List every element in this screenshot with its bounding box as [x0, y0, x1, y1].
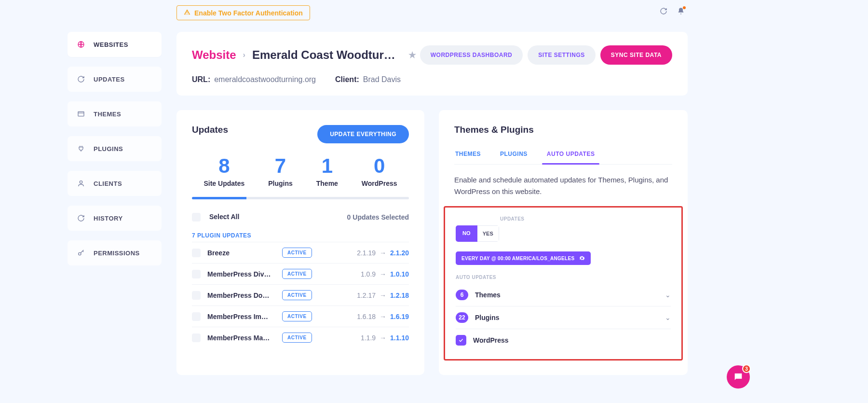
- count-badge: 22: [456, 312, 468, 323]
- toggle-no[interactable]: NO: [456, 225, 477, 242]
- tab-auto-updates[interactable]: AUTO UPDATES: [546, 144, 596, 164]
- version-change: 2.1.19 → 2.1.20: [357, 249, 409, 257]
- stat-site-updates: 8 Site Updates: [203, 154, 244, 187]
- site-settings-button[interactable]: SITE SETTINGS: [528, 45, 596, 65]
- auto-plugins-row[interactable]: 22 Plugins ⌄: [456, 306, 671, 329]
- sidebar-item-label: THEMES: [94, 111, 121, 118]
- stats-row: 8 Site Updates 7 Plugins 1 Theme 0 WordP…: [192, 154, 409, 187]
- sidebar-item-clients[interactable]: CLIENTS: [68, 171, 162, 196]
- layout-icon: [77, 110, 85, 118]
- chevron-right-icon: ›: [243, 51, 245, 59]
- tab-plugins[interactable]: PLUGINS: [499, 144, 529, 164]
- globe-icon: [77, 41, 85, 48]
- plugin-name: MemberPress Do…: [207, 292, 282, 299]
- sidebar-item-permissions[interactable]: PERMISSIONS: [68, 240, 162, 265]
- sidebar-item-plugins[interactable]: PLUGINS: [68, 136, 162, 161]
- plugin-name: Breeze: [207, 249, 282, 257]
- row-checkbox[interactable]: [192, 312, 201, 321]
- sidebar-item-updates[interactable]: UPDATES: [68, 67, 162, 92]
- version-change: 1.2.17 → 1.2.18: [357, 292, 409, 299]
- notification-dot: [683, 6, 686, 9]
- refresh-icon[interactable]: [660, 7, 667, 16]
- select-all-checkbox[interactable]: [192, 213, 201, 222]
- arrow-right-icon: →: [380, 334, 386, 342]
- sync-site-data-button[interactable]: SYNC SITE DATA: [600, 45, 672, 65]
- tab-themes[interactable]: THEMES: [454, 144, 482, 164]
- wp-dashboard-button[interactable]: WORDPRESS DASHBOARD: [420, 45, 523, 65]
- progress-fill: [192, 197, 246, 199]
- sidebar-item-label: UPDATES: [94, 76, 125, 83]
- plugin-name: MemberPress Div…: [207, 270, 282, 278]
- auto-updates-description: Enable and schedule automated updates fo…: [454, 174, 672, 197]
- auto-themes-row[interactable]: 6 Themes ⌄: [456, 284, 671, 306]
- sidebar-item-themes[interactable]: THEMES: [68, 101, 162, 126]
- table-row: MemberPress Div… ACTIVE 1.0.9 → 1.0.10: [192, 263, 409, 284]
- toggle-yes[interactable]: YES: [477, 225, 500, 242]
- sidebar-item-label: PLUGINS: [94, 145, 123, 153]
- row-checkbox[interactable]: [192, 334, 201, 342]
- plug-icon: [77, 145, 85, 153]
- themes-plugins-title: Themes & Plugins: [454, 125, 672, 135]
- row-checkbox[interactable]: [192, 291, 201, 300]
- status-badge: ACTIVE: [282, 311, 312, 321]
- status-badge: ACTIVE: [282, 290, 312, 300]
- table-row: Breeze ACTIVE 2.1.19 → 2.1.20: [192, 242, 409, 263]
- site-url: URL:emeraldcoastwoodturning.org: [192, 75, 316, 84]
- svg-point-2: [80, 181, 82, 183]
- progress-bar: [192, 197, 409, 199]
- sidebar-item-label: PERMISSIONS: [94, 250, 140, 257]
- svg-point-3: [79, 252, 81, 255]
- sidebar-item-history[interactable]: HISTORY: [68, 206, 162, 231]
- themes-plugins-card: Themes & Plugins THEMES PLUGINS AUTO UPD…: [439, 110, 688, 375]
- updates-title: Updates: [192, 125, 228, 135]
- table-row: MemberPress Do… ACTIVE 1.2.17 → 1.2.18: [192, 284, 409, 306]
- sidebar-item-label: WEBSITES: [94, 41, 128, 48]
- row-checkbox[interactable]: [192, 249, 201, 257]
- row-checkbox[interactable]: [192, 270, 201, 278]
- star-icon[interactable]: ★: [408, 50, 416, 60]
- sidebar-item-label: HISTORY: [94, 215, 123, 222]
- stat-theme: 1 Theme: [316, 154, 338, 187]
- sidebar: WEBSITES UPDATES THEMES PLUGINS CLIENTS: [68, 32, 162, 265]
- breadcrumb-site-name: Emerald Coast Woodturni…: [252, 48, 402, 62]
- status-badge: ACTIVE: [282, 248, 312, 258]
- arrow-right-icon: →: [380, 292, 386, 299]
- breadcrumb-home[interactable]: Website: [192, 48, 236, 62]
- selected-count: 0 Updates Selected: [347, 213, 409, 221]
- arrow-right-icon: →: [380, 249, 386, 257]
- chat-fab[interactable]: 3: [727, 365, 750, 389]
- sidebar-item-label: CLIENTS: [94, 180, 122, 187]
- stat-plugins: 7 Plugins: [268, 154, 293, 187]
- warning-icon: [184, 9, 190, 17]
- auto-updates-toggle[interactable]: NO YES: [456, 225, 499, 242]
- schedule-pill[interactable]: EVERY DAY @ 00:00 AMERICA/LOS_ANGELES: [456, 251, 591, 265]
- version-change: 1.0.9 → 1.0.10: [361, 270, 409, 278]
- chevron-down-icon: ⌄: [665, 291, 671, 299]
- history-icon: [77, 214, 85, 222]
- bell-icon[interactable]: [677, 7, 685, 16]
- auto-wordpress-row[interactable]: WordPress: [456, 329, 671, 351]
- table-row: MemberPress Im… ACTIVE 1.6.18 → 1.6.19: [192, 306, 409, 327]
- updates-toggle-label: UPDATES: [500, 216, 671, 222]
- plugin-name: MemberPress Im…: [207, 313, 282, 320]
- select-all[interactable]: Select All: [192, 213, 239, 222]
- tabs: THEMES PLUGINS AUTO UPDATES: [454, 144, 672, 165]
- count-badge: 6: [456, 290, 468, 300]
- tfa-banner[interactable]: Enable Two Factor Authentication: [176, 5, 310, 20]
- status-badge: ACTIVE: [282, 333, 312, 343]
- gear-icon[interactable]: [579, 255, 585, 261]
- highlighted-region: UPDATES NO YES EVERY DAY @ 00:00 AMERICA…: [444, 206, 683, 361]
- chevron-down-icon: ⌄: [665, 314, 671, 321]
- version-change: 1.1.9 → 1.1.10: [361, 334, 409, 342]
- updates-card: Updates UPDATE EVERYTHING 8 Site Updates…: [176, 110, 424, 375]
- chat-badge: 3: [742, 364, 751, 373]
- site-header: Website › Emerald Coast Woodturni… ★ WOR…: [176, 32, 688, 96]
- arrow-right-icon: →: [380, 313, 386, 320]
- tfa-label: Enable Two Factor Authentication: [194, 9, 303, 17]
- plugin-updates-label: 7 PLUGIN UPDATES: [192, 232, 409, 239]
- update-everything-button[interactable]: UPDATE EVERYTHING: [317, 125, 409, 143]
- stat-wordpress: 0 WordPress: [362, 154, 397, 187]
- svg-rect-1: [78, 111, 84, 116]
- sidebar-item-websites[interactable]: WEBSITES: [68, 32, 162, 57]
- wordpress-checkbox[interactable]: [456, 335, 466, 346]
